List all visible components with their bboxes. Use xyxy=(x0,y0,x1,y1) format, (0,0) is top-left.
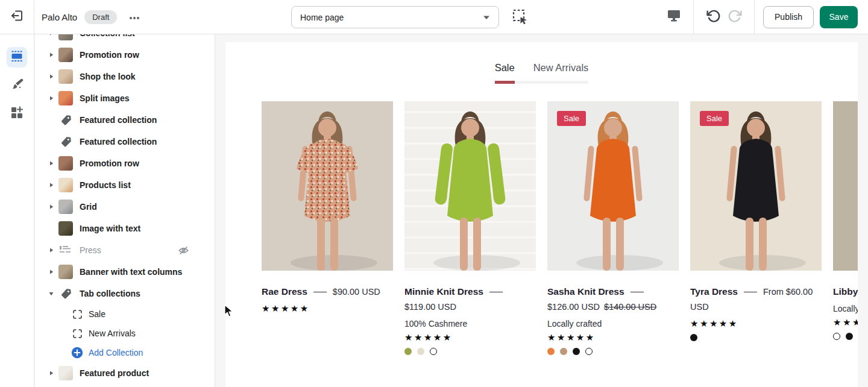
color-swatch[interactable] xyxy=(585,348,593,355)
caret-right-icon[interactable] xyxy=(47,160,55,166)
sidebar-item-label: Split images xyxy=(80,93,129,103)
sidebar-item-grid[interactable]: Grid xyxy=(35,196,215,218)
product-title[interactable]: Tyra Dress xyxy=(690,286,738,297)
product-info: Minnie Knit Dress$119.00 USD100% Cashmer… xyxy=(404,285,536,355)
color-swatch[interactable] xyxy=(547,348,555,355)
product-subtitle: Locally xyxy=(833,304,858,313)
sidebar-item-products-list[interactable]: Products list xyxy=(35,174,215,196)
press-text-icon xyxy=(58,243,73,257)
sidebar-item-featured-collection[interactable]: Featured collection xyxy=(35,109,215,131)
preview-tab-sale[interactable]: Sale xyxy=(495,62,515,74)
caret-right-icon[interactable] xyxy=(47,34,55,36)
color-swatch[interactable] xyxy=(846,333,853,340)
desktop-monitor-icon xyxy=(667,9,681,25)
status-badge: Draft xyxy=(84,10,117,24)
product-title[interactable]: Minnie Knit Dress xyxy=(404,286,483,297)
preview-tab-new-arrivals[interactable]: New Arrivals xyxy=(533,62,589,74)
sidebar-item-press[interactable]: Press xyxy=(35,239,215,261)
tab-underline-track xyxy=(495,81,589,84)
sidebar-item-image-with-text[interactable]: Image with text xyxy=(35,218,215,239)
rail-item-apps[interactable] xyxy=(7,104,27,124)
caret-right-icon[interactable] xyxy=(47,370,55,376)
sidebar-item-banner-with-text-columns[interactable]: Banner with text columns xyxy=(35,261,215,283)
product-image[interactable] xyxy=(262,101,393,271)
title-price-divider xyxy=(313,292,327,292)
sidebar-item-split-images[interactable]: Split images xyxy=(35,87,215,109)
chevron-down-icon xyxy=(483,15,490,20)
theme-settings-icon xyxy=(10,77,25,95)
sidebar-item-shop-the-look[interactable]: Shop the look xyxy=(35,66,215,87)
product-image[interactable]: Sale xyxy=(690,101,822,271)
sidebar-block-label: New Arrivals xyxy=(89,329,136,338)
product-card-rae-dress: Rae Dress$90.00 USD★★★★★ xyxy=(262,101,393,355)
caret-right-icon[interactable] xyxy=(47,204,55,210)
sidebar-item-promotion-row[interactable]: Promotion row xyxy=(35,153,215,174)
hidden-eye-icon[interactable] xyxy=(178,245,207,256)
more-actions-button[interactable] xyxy=(127,9,142,25)
sidebar-item-label: Products list xyxy=(80,180,131,190)
color-swatch[interactable] xyxy=(690,334,697,341)
product-title[interactable]: Rae Dress xyxy=(262,286,307,297)
color-swatch[interactable] xyxy=(430,348,437,355)
device-preview-button[interactable] xyxy=(663,6,685,28)
sidebar-item-collection-list[interactable]: Collection list xyxy=(35,34,215,44)
section-thumbnail xyxy=(58,48,73,62)
caret-right-icon[interactable] xyxy=(47,182,55,188)
section-thumbnail xyxy=(58,69,73,84)
sections-icon xyxy=(8,48,25,67)
sidebar-item-tab-collections[interactable]: Tab collections xyxy=(35,283,215,304)
sidebar-item-label: Featured product xyxy=(80,368,149,378)
sidebar-item-featured-product[interactable]: Featured product xyxy=(35,362,215,384)
caret-down-icon[interactable] xyxy=(47,291,55,297)
color-swatches xyxy=(404,348,536,355)
save-button[interactable]: Save xyxy=(820,6,858,28)
product-title[interactable]: Libby xyxy=(833,286,858,297)
color-swatch[interactable] xyxy=(573,348,580,355)
publish-button[interactable]: Publish xyxy=(763,6,814,28)
sidebar-item-promotion-row[interactable]: Promotion row xyxy=(35,44,215,66)
title-price-divider xyxy=(489,292,503,292)
tag-icon xyxy=(58,134,73,149)
caret-right-icon[interactable] xyxy=(47,95,55,101)
color-swatch[interactable] xyxy=(833,333,840,340)
sidebar-block-new-arrivals[interactable]: New Arrivals xyxy=(35,324,215,343)
editor-icon-rail xyxy=(0,34,34,387)
color-swatch[interactable] xyxy=(404,348,412,355)
add-collection-button[interactable]: Add Collection xyxy=(35,343,215,362)
title-price-divider xyxy=(744,292,757,292)
tag-icon xyxy=(58,113,73,127)
product-subtitle: 100% Cashmere xyxy=(404,319,536,329)
marquee-select-icon xyxy=(512,17,529,27)
page-selector-dropdown[interactable]: Home page xyxy=(291,6,499,28)
color-swatch[interactable] xyxy=(560,348,567,355)
title-price-divider xyxy=(631,292,644,292)
sidebar-item-label: Promotion row xyxy=(80,159,139,168)
product-image[interactable] xyxy=(404,101,536,271)
toolbar-divider xyxy=(754,0,755,34)
product-title[interactable]: Sasha Knit Dress xyxy=(547,286,624,297)
caret-right-icon[interactable] xyxy=(47,52,55,58)
sidebar-block-label: Sale xyxy=(89,309,105,319)
sidebar-item-label: Grid xyxy=(80,202,97,212)
redo-button[interactable] xyxy=(724,6,746,28)
product-carousel: Rae Dress$90.00 USD★★★★★Minnie Knit Dres… xyxy=(262,101,858,355)
select-section-tool-button[interactable] xyxy=(512,8,529,28)
caret-right-icon[interactable] xyxy=(47,247,55,253)
product-image[interactable]: Sale xyxy=(547,101,679,271)
color-swatch[interactable] xyxy=(417,348,424,355)
sidebar-item-featured-collection[interactable]: Featured collection xyxy=(35,131,215,153)
rail-item-sections[interactable] xyxy=(7,47,27,68)
theme-name: Palo Alto xyxy=(42,12,77,22)
product-image[interactable] xyxy=(833,101,858,271)
rail-item-theme-settings[interactable] xyxy=(7,75,27,96)
sidebar-block-label: Add Collection xyxy=(89,348,143,357)
undo-button[interactable] xyxy=(702,6,724,28)
exit-editor-button[interactable] xyxy=(0,0,34,34)
sidebar-item-label: Press xyxy=(80,245,101,255)
sidebar-block-sale[interactable]: Sale xyxy=(35,304,215,324)
caret-right-icon[interactable] xyxy=(47,269,55,275)
product-rating-stars: ★★★★★ xyxy=(547,332,679,343)
product-info: LibbyLocally★★★★★ xyxy=(833,285,858,340)
section-thumbnail xyxy=(58,265,73,279)
caret-right-icon[interactable] xyxy=(47,74,55,80)
